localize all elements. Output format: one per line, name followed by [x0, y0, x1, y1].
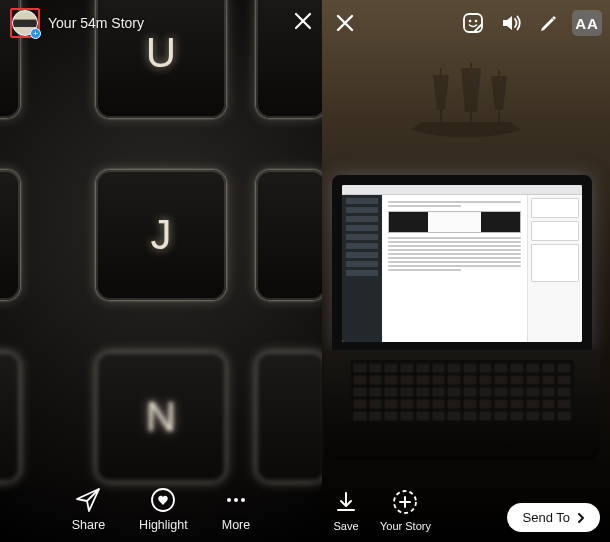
keycap-edge — [256, 170, 322, 300]
laptop-screen — [342, 185, 582, 342]
share-label: Share — [72, 518, 105, 532]
more-icon — [222, 486, 250, 514]
more-label: More — [222, 518, 250, 532]
avatar-add-glyph: + — [33, 30, 38, 38]
laptop-screen-frame — [332, 175, 592, 350]
paper-plane-icon — [74, 486, 102, 514]
close-icon[interactable] — [294, 12, 312, 34]
more-button[interactable]: More — [222, 486, 250, 532]
keycap: J — [96, 170, 226, 300]
editor-bottom-bar: Save Your Story Send To — [332, 488, 600, 532]
svg-point-10 — [475, 20, 478, 23]
story-viewer-pane: U J N + Your 54m Story Share — [0, 0, 322, 542]
share-button[interactable]: Share — [72, 486, 105, 532]
keycap: N — [96, 352, 226, 482]
sticker-icon[interactable] — [458, 8, 488, 38]
text-tool-badge: AA — [572, 10, 602, 36]
keycap-letter: N — [146, 393, 176, 441]
keycap-edge — [0, 352, 20, 482]
save-label: Save — [333, 520, 358, 532]
sound-icon[interactable] — [496, 8, 526, 38]
editor-top-toolbar: AA — [330, 8, 602, 38]
close-icon[interactable] — [330, 8, 360, 38]
highlight-label: Highlight — [139, 518, 188, 532]
add-story-icon — [391, 488, 419, 516]
app-root: U J N + Your 54m Story Share — [0, 0, 610, 542]
keycap-edge — [0, 170, 20, 300]
svg-rect-8 — [464, 14, 482, 32]
keycap-letter: J — [151, 211, 172, 259]
heart-circle-icon — [149, 486, 177, 514]
text-tool-label: AA — [575, 15, 599, 32]
send-to-button[interactable]: Send To — [507, 503, 600, 532]
keycap-edge — [256, 352, 322, 482]
story-viewer-actions: Share Highlight More — [0, 486, 322, 532]
laptop-keyboard — [350, 360, 574, 420]
pencil-icon[interactable] — [534, 8, 564, 38]
chevron-right-icon — [576, 512, 586, 524]
highlight-button[interactable]: Highlight — [139, 486, 188, 532]
background-ship — [401, 60, 531, 150]
story-header: + Your 54m Story — [10, 8, 312, 38]
download-icon — [332, 488, 360, 516]
laptop — [332, 175, 610, 460]
svg-point-4 — [241, 498, 245, 502]
text-tool-icon[interactable]: AA — [572, 8, 602, 38]
send-to-label: Send To — [523, 510, 570, 525]
story-header-label: Your 54m Story — [48, 15, 144, 31]
your-story-button[interactable]: Your Story — [380, 488, 431, 532]
svg-point-9 — [469, 20, 472, 23]
your-story-label: Your Story — [380, 520, 431, 532]
laptop-base — [324, 350, 600, 460]
svg-point-2 — [227, 498, 231, 502]
story-editor-pane: AA Save Your Story Send To — [322, 0, 610, 542]
save-button[interactable]: Save — [332, 488, 360, 532]
avatar-highlight-box[interactable]: + — [10, 8, 40, 38]
svg-point-3 — [234, 498, 238, 502]
avatar-add-badge: + — [30, 28, 41, 39]
